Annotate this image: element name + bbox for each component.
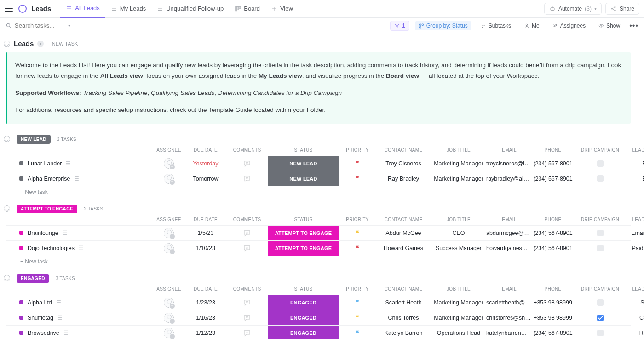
- column-header[interactable]: LEAD SOURCE: [627, 286, 644, 292]
- due-date[interactable]: Yesterday: [185, 160, 226, 167]
- drip-checkbox[interactable]: [597, 160, 604, 167]
- priority-flag[interactable]: [355, 229, 361, 236]
- column-header[interactable]: STATUS: [268, 286, 339, 292]
- task-row[interactable]: Alpha Enterprise☰TomorrowNEW LEADRay Bra…: [6, 171, 631, 186]
- task-name[interactable]: Lunar Lander: [28, 160, 62, 167]
- column-header[interactable]: DRIP CAMPAIGN: [574, 286, 627, 292]
- collapse-toggle[interactable]: [4, 41, 10, 47]
- drip-checkbox[interactable]: [597, 299, 604, 306]
- due-date[interactable]: 1/10/23: [185, 245, 226, 251]
- description-icon[interactable]: ☰: [63, 230, 68, 236]
- comment-icon[interactable]: [243, 175, 251, 183]
- task-row[interactable]: Brainlounge☰1/5/23ATTEMPT TO ENGAGEAbdur…: [6, 225, 631, 240]
- description-icon[interactable]: ☰: [79, 245, 84, 251]
- search-input[interactable]: [15, 22, 65, 29]
- column-header[interactable]: CONTACT NAME: [376, 217, 431, 222]
- group-collapse[interactable]: [4, 275, 10, 281]
- drip-checkbox[interactable]: [597, 245, 604, 251]
- status-cell[interactable]: NEW LEAD: [268, 171, 339, 186]
- column-header[interactable]: DUE DATE: [185, 217, 226, 222]
- due-date[interactable]: 1/12/23: [185, 330, 226, 336]
- column-header[interactable]: PHONE: [532, 217, 574, 222]
- task-row[interactable]: Dojo Technologies☰1/10/23ATTEMPT TO ENGA…: [6, 240, 631, 256]
- assignee-avatar[interactable]: [164, 174, 174, 184]
- view-tab-unqualified-follow-up[interactable]: Unqualified Follow-up: [151, 0, 229, 18]
- column-header[interactable]: DUE DATE: [185, 286, 226, 292]
- assignee-avatar[interactable]: [164, 243, 174, 253]
- description-icon[interactable]: ☰: [58, 315, 63, 321]
- status-cell[interactable]: ENGAGED: [268, 326, 339, 339]
- status-pill[interactable]: NEW LEAD: [17, 135, 51, 144]
- status-pill[interactable]: ATTEMPT TO ENGAGE: [17, 205, 77, 213]
- status-cell[interactable]: ENGAGED: [268, 295, 339, 310]
- column-header[interactable]: EMAIL: [486, 147, 532, 152]
- group-by-button[interactable]: Group by: Status: [415, 21, 472, 30]
- chevron-down-icon[interactable]: ▾: [68, 23, 70, 28]
- column-header[interactable]: JOB TITLE: [431, 286, 486, 292]
- show-button[interactable]: Show: [595, 21, 624, 30]
- priority-flag[interactable]: [355, 175, 361, 182]
- comment-icon[interactable]: [243, 329, 251, 337]
- task-row[interactable]: Lunar Lander☰YesterdayNEW LEADTrey Cisne…: [6, 156, 631, 171]
- status-cell[interactable]: ENGAGED: [268, 310, 339, 325]
- column-header[interactable]: PHONE: [532, 286, 574, 292]
- me-button[interactable]: Me: [520, 21, 543, 30]
- column-header[interactable]: JOB TITLE: [431, 147, 486, 152]
- comment-icon[interactable]: [243, 298, 251, 307]
- column-header[interactable]: EMAIL: [486, 286, 532, 292]
- description-icon[interactable]: ☰: [56, 299, 61, 306]
- task-name[interactable]: Alpha Enterprise: [28, 175, 70, 182]
- column-header[interactable]: LEAD SOURCE: [627, 147, 644, 152]
- drip-checkbox[interactable]: [597, 175, 604, 182]
- column-header[interactable]: DUE DATE: [185, 147, 226, 152]
- view-tab-my-leads[interactable]: My Leads: [105, 0, 151, 18]
- more-options[interactable]: •••: [629, 22, 638, 30]
- info-icon[interactable]: i: [37, 41, 44, 47]
- column-header[interactable]: CONTACT NAME: [376, 147, 431, 152]
- due-date[interactable]: 1/23/23: [185, 299, 226, 306]
- comment-icon[interactable]: [243, 314, 251, 322]
- drip-checkbox[interactable]: [597, 315, 604, 321]
- priority-flag[interactable]: [355, 329, 361, 336]
- task-name[interactable]: Dojo Technologies: [28, 245, 75, 251]
- task-row[interactable]: Shuffletag☰1/16/23ENGAGEDChris TorresMar…: [6, 310, 631, 325]
- column-header[interactable]: COMMENTS: [226, 147, 268, 152]
- task-name[interactable]: Browsedrive: [28, 330, 59, 336]
- column-header[interactable]: EMAIL: [486, 217, 532, 222]
- column-header[interactable]: PRIORITY: [339, 147, 376, 152]
- assignee-avatar[interactable]: [164, 228, 174, 238]
- column-header[interactable]: LEAD SOURCE: [627, 217, 644, 222]
- status-cell[interactable]: ATTEMPT TO ENGAGE: [268, 226, 339, 240]
- assignee-avatar[interactable]: [164, 328, 174, 338]
- comment-icon[interactable]: [243, 159, 251, 168]
- priority-flag[interactable]: [355, 160, 361, 167]
- due-date[interactable]: 1/5/23: [185, 230, 226, 236]
- assignee-avatar[interactable]: [164, 313, 174, 323]
- view-tab-view[interactable]: View: [265, 0, 299, 18]
- priority-flag[interactable]: [355, 314, 361, 321]
- column-header[interactable]: STATUS: [268, 217, 339, 222]
- drip-checkbox[interactable]: [597, 230, 604, 236]
- column-header[interactable]: PHONE: [532, 147, 574, 152]
- column-header[interactable]: JOB TITLE: [431, 217, 486, 222]
- priority-flag[interactable]: [355, 299, 361, 306]
- automate-button[interactable]: Automate (3) ▾: [544, 3, 602, 15]
- column-header[interactable]: CONTACT NAME: [376, 286, 431, 292]
- add-task[interactable]: + New task: [6, 256, 631, 268]
- column-header[interactable]: DRIP CAMPAIGN: [574, 217, 627, 222]
- column-header[interactable]: ASSIGNEE: [153, 286, 185, 292]
- column-header[interactable]: ASSIGNEE: [153, 217, 185, 222]
- comment-icon[interactable]: [243, 229, 251, 237]
- column-header[interactable]: PRIORITY: [339, 217, 376, 222]
- column-header[interactable]: ASSIGNEE: [153, 147, 185, 152]
- assignee-avatar[interactable]: [164, 158, 174, 169]
- description-icon[interactable]: ☰: [74, 175, 79, 182]
- task-name[interactable]: Shuffletag: [28, 315, 53, 321]
- view-tab-all-leads[interactable]: All Leads: [60, 0, 105, 18]
- assignees-button[interactable]: Assignees: [549, 21, 589, 30]
- share-button[interactable]: Share: [605, 3, 639, 15]
- assignee-avatar[interactable]: [164, 298, 174, 308]
- subtasks-button[interactable]: Subtasks: [477, 21, 515, 30]
- task-name[interactable]: Brainlounge: [28, 230, 58, 236]
- column-header[interactable]: STATUS: [268, 147, 339, 152]
